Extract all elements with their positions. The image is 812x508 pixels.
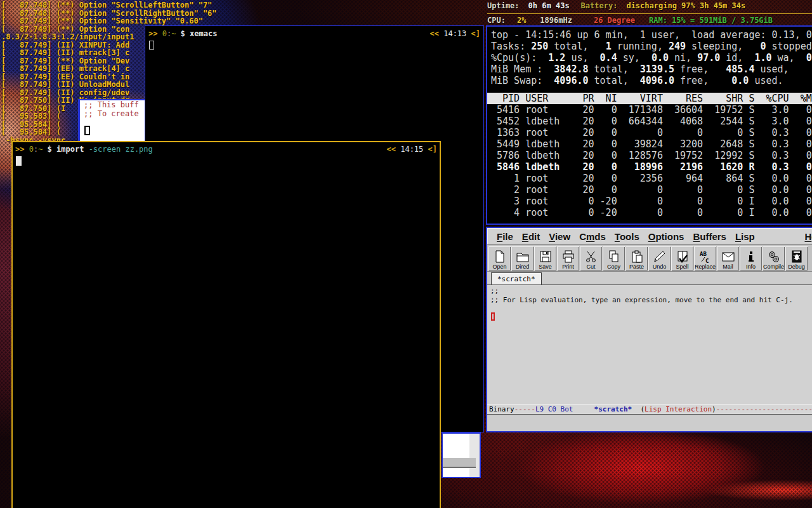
- process-row: 5786 ldbeth 20 0 128576 19752 12992 S 0.…: [491, 150, 812, 161]
- top-summary-lines: top - 14:15:46 up 6 min, 1 user, load av…: [491, 29, 812, 86]
- popup-comment-line: ;; This buff: [80, 100, 145, 109]
- toolbar-button-compile[interactable]: Compile: [763, 246, 785, 271]
- text-segment: 1: [606, 41, 612, 52]
- menu-mnemonic: F: [497, 231, 502, 242]
- xemacs-buffer-area[interactable]: ;;;; For Lisp evaluation, type an expres…: [487, 285, 812, 404]
- text-segment: 0.0: [731, 75, 749, 86]
- partial-hidden-window[interactable]: [442, 432, 481, 478]
- toolbar-button-spell[interactable]: Spell: [671, 246, 693, 271]
- text-segment: used.: [749, 75, 783, 86]
- top-summary-line: Tasks: 250 total, 1 running, 249 sleepin…: [491, 41, 812, 52]
- text-segment: total,: [589, 64, 640, 75]
- xemacs-toolbar: OpenDiredSavePrintCutCopyPasteUndoSpellA…: [487, 245, 812, 272]
- spell-icon: [676, 250, 690, 264]
- text-segment: 0.0: [652, 52, 669, 64]
- text-segment: 3842.8: [554, 64, 588, 75]
- menu-tools[interactable]: Tools: [610, 231, 644, 242]
- toolbar-button-copy[interactable]: Copy: [603, 246, 625, 271]
- text-segment: 3139.5: [640, 64, 674, 75]
- menu-view[interactable]: View: [544, 231, 575, 242]
- text-segment: ~: [171, 29, 180, 38]
- replace-icon: ABC: [698, 250, 712, 264]
- horizontal-scrollbar[interactable]: [443, 458, 476, 468]
- top-summary-line: MiB Swap: 4096.0 total, 4096.0 free, 0.0…: [491, 75, 812, 86]
- xemacs-echo-area: [487, 415, 812, 431]
- text-segment: 14:15: [400, 145, 423, 154]
- mail-icon: [721, 250, 735, 264]
- terminal1-prompt-row: >> 0:~ $ xemacs << 14:13 <]: [148, 29, 480, 39]
- menu-edit[interactable]: Edit: [518, 231, 544, 242]
- text-segment: 250: [531, 41, 548, 52]
- terminal2-clock: << 14:15 <]: [387, 144, 438, 154]
- text-segment: -----: [514, 405, 535, 413]
- battery-value: discharging 97% 3h 45m 34s: [626, 1, 745, 10]
- text-segment: ): [712, 405, 716, 413]
- text-segment: ni,: [669, 52, 697, 64]
- text-segment: top - 14:15:46 up 6 min, 1 user, load av…: [491, 29, 812, 41]
- menu-file[interactable]: File: [492, 231, 518, 242]
- top-process-monitor-window[interactable]: top - 14:15:46 up 6 min, 1 user, load av…: [486, 25, 812, 225]
- terminal-window-import-cmd[interactable]: >> 0:~ $ import -screen zz.png << 14:15 …: [11, 141, 441, 508]
- text-segment: 14:13: [443, 29, 466, 38]
- text-segment: 0: [162, 29, 167, 38]
- text-segment: -screen zz.png: [84, 145, 152, 154]
- menu-lisp[interactable]: Lisp: [731, 231, 759, 242]
- menu-help[interactable]: Help: [800, 231, 812, 242]
- buffer-text-cursor: [491, 312, 495, 321]
- buffer-tab-scratch[interactable]: *scratch*: [491, 272, 542, 284]
- process-row: 3 root 0 -20 0 0 0 I 0.0 0: [491, 196, 812, 207]
- xemacs-buffer-tab-gutter: *scratch*: [487, 272, 812, 285]
- menu-options[interactable]: Options: [644, 231, 689, 242]
- dired-icon: [516, 250, 530, 264]
- cpu-frequency: 1896mHz: [540, 16, 572, 25]
- text-segment: MiB Swap:: [491, 75, 554, 86]
- buffer-comment-line: ;; For Lisp evaluation, type an expressi…: [490, 296, 812, 305]
- save-icon: [539, 250, 553, 264]
- toolbar-button-info[interactable]: Info: [740, 246, 762, 271]
- toolbar-button-debug[interactable]: Debug: [785, 246, 808, 271]
- copy-icon: [607, 250, 621, 264]
- text-segment: 0.4: [600, 52, 617, 64]
- open-icon: [493, 250, 507, 264]
- svg-text:C: C: [705, 258, 709, 264]
- text-segment: free,: [674, 75, 731, 86]
- text-segment: 1.2: [548, 52, 565, 64]
- cpu-percent: 2%: [517, 16, 526, 25]
- toolbar-button-print[interactable]: Print: [557, 246, 579, 271]
- text-segment: $ xemacs: [181, 29, 218, 38]
- toolbar-button-cut[interactable]: Cut: [580, 246, 602, 271]
- text-segment: <<: [430, 29, 444, 38]
- toolbar-button-label: Print: [562, 264, 574, 271]
- xemacs-frame-fragment[interactable]: ;; This buff;; To create: [78, 99, 145, 141]
- buffer-text: ;;;; For Lisp evaluation, type an expres…: [490, 287, 812, 305]
- toolbar-button-undo[interactable]: Undo: [648, 246, 671, 271]
- text-segment: L9 C0 Bot: [535, 405, 573, 413]
- status-uptime-battery-row: Uptime:0h 6m 43sBattery:discharging 97% …: [487, 1, 745, 10]
- toolbar-button-dired[interactable]: Dired: [511, 246, 534, 271]
- toolbar-button-open[interactable]: Open: [488, 246, 511, 271]
- process-row: 1363 root 20 0 0 0 0 S 0.3 0: [491, 127, 812, 138]
- process-row: 5449 ldbeth 20 0 39824 3200 2648 S 0.3 0: [491, 138, 812, 150]
- xorg-log-line: [ 87.749] (**) Option "Sensitivity" "0.6…: [1, 17, 217, 25]
- toolbar-button-save[interactable]: Save: [534, 246, 556, 271]
- menu-buffers[interactable]: Buffers: [688, 231, 731, 242]
- text-segment: MiB Mem :: [491, 64, 554, 75]
- text-segment: *scratch*: [594, 405, 632, 413]
- terminal1-cursor: [149, 41, 154, 50]
- top-summary-line: %Cpu(s): 1.2 us, 0.4 sy, 0.0 ni, 97.0 id…: [491, 52, 812, 64]
- cpu-temperature: 26 Degree: [594, 16, 635, 25]
- uptime-label: Uptime:: [487, 1, 520, 10]
- text-segment: >>: [15, 145, 29, 154]
- menu-mnemonic: L: [735, 231, 741, 242]
- text-segment: 0: [806, 52, 812, 64]
- text-segment: 1.0: [754, 52, 771, 64]
- toolbar-button-replace[interactable]: ABCReplace: [694, 246, 716, 271]
- menu-cmds[interactable]: Cmds: [575, 231, 610, 242]
- xemacs-window[interactable]: FileEditViewCmdsToolsOptionsBuffersLispH…: [486, 227, 812, 432]
- toolbar-button-paste[interactable]: Paste: [625, 246, 648, 271]
- svg-text:AB: AB: [700, 251, 707, 257]
- text-segment: ~: [38, 145, 47, 154]
- xemacs-menubar: FileEditViewCmdsToolsOptionsBuffersLispH…: [487, 228, 812, 245]
- toolbar-button-mail[interactable]: Mail: [717, 246, 739, 271]
- process-row: 5846 ldbeth 20 0 18996 2196 1620 R 0.3 0: [491, 161, 812, 173]
